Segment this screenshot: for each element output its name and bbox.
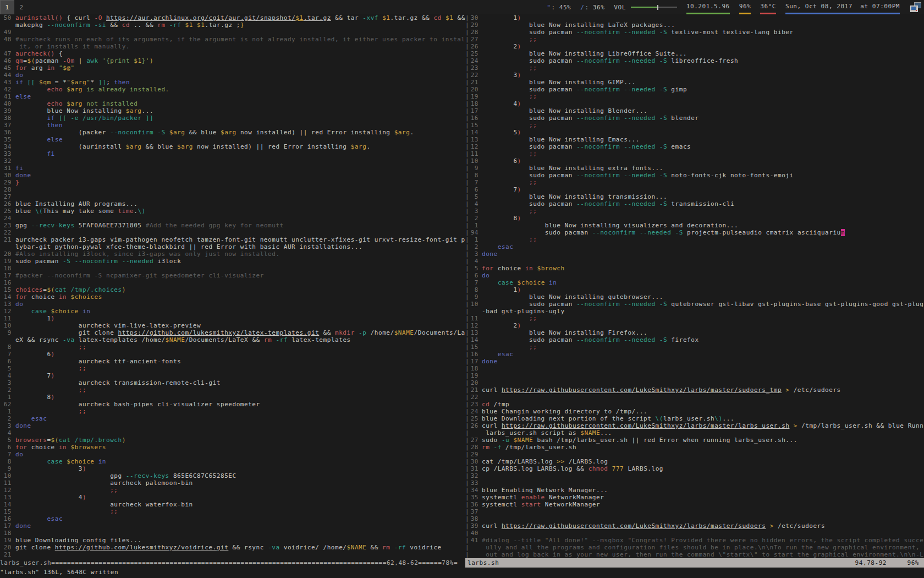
code-text: #aurcheck runs on each of its arguments,… bbox=[15, 36, 465, 43]
ip-address-label: 10.201.5.96 bbox=[686, 3, 730, 10]
line-number: 31 bbox=[470, 465, 479, 472]
line-number: 40 bbox=[0, 100, 12, 107]
code-line: 18 bbox=[0, 265, 465, 272]
line-number: 6 bbox=[470, 186, 479, 193]
code-line: 23gpg --recv-keys 5FAF0A6EE7371805 #Add … bbox=[0, 222, 465, 229]
code-text: lybar-git python-pywal xfce-theme-blackb… bbox=[15, 243, 465, 250]
volume-slider[interactable] bbox=[631, 5, 677, 10]
code-text: else bbox=[15, 136, 465, 143]
volume-slider-track bbox=[658, 7, 677, 8]
code-text: -bad gst-plugins-ugly bbox=[482, 308, 924, 315]
code-line: 4 bbox=[0, 429, 465, 437]
code-text: 8) bbox=[15, 394, 465, 401]
code-line: |13 blue Now installing Firefox... bbox=[465, 329, 924, 336]
code-text: if [[ -e /usr/bin/packer ]] bbox=[15, 114, 465, 122]
line-number: 17 bbox=[0, 522, 12, 530]
code-line: 2 esac bbox=[0, 415, 465, 422]
volume-block: VOL bbox=[614, 0, 677, 14]
workspace-button-2[interactable]: 2 bbox=[14, 0, 29, 14]
code-line: 3done bbox=[0, 422, 465, 429]
code-line: |14 sudo pacman --noconfirm --needed -S … bbox=[465, 336, 924, 343]
code-text: eX && rsync -va latex-templates /home/$N… bbox=[15, 336, 465, 343]
code-text: fi bbox=[15, 165, 465, 172]
line-number: 18 bbox=[470, 365, 479, 372]
code-text: done bbox=[15, 522, 465, 530]
inactive-file-name: larbs_user.sh bbox=[0, 559, 51, 566]
vertical-split-separator: | bbox=[465, 465, 470, 472]
line-number: 18 bbox=[0, 530, 12, 537]
line-number: 30 bbox=[0, 172, 12, 179]
pane-larbs-sh[interactable]: |30 1)|29 blue Now installing LaTeX pack… bbox=[465, 14, 924, 558]
line-number: 34 bbox=[470, 487, 479, 494]
line-number: 15 bbox=[470, 343, 479, 351]
code-line: 4 7) bbox=[0, 372, 465, 379]
code-line: |12 2) bbox=[465, 322, 924, 329]
code-line: |1 ;; bbox=[465, 236, 924, 243]
vertical-split-separator: | bbox=[465, 72, 470, 79]
line-number: 16 bbox=[470, 351, 479, 358]
code-text bbox=[15, 530, 465, 537]
line-number: 24 bbox=[0, 215, 12, 222]
code-line: 13do bbox=[0, 301, 465, 308]
vertical-split-separator: | bbox=[465, 530, 470, 537]
vertical-split-separator: | bbox=[465, 315, 470, 322]
line-number: 18 bbox=[470, 100, 479, 107]
vertical-split-separator: | bbox=[465, 265, 470, 272]
code-text: blue Now installing Blender... bbox=[482, 107, 924, 114]
code-line: |6 7) bbox=[465, 186, 924, 193]
code-line: |29 blue Now installing LaTeX packages..… bbox=[465, 21, 924, 29]
line-number: 11 bbox=[470, 315, 479, 322]
code-line: 28 bbox=[0, 186, 465, 193]
vertical-split-separator: | bbox=[465, 329, 470, 336]
vertical-split-separator: | bbox=[465, 157, 470, 165]
volume-slider-fill bbox=[631, 7, 657, 8]
tray-monitor-icon[interactable] bbox=[910, 2, 921, 12]
line-number: 1 bbox=[0, 408, 12, 415]
code-line: 26blue Installing AUR programs... bbox=[0, 200, 465, 208]
line-number: 6 bbox=[0, 358, 12, 365]
code-line: 32 bbox=[0, 157, 465, 165]
code-text bbox=[482, 515, 924, 522]
code-line: |9 blue Now installing extra fonts... bbox=[465, 165, 924, 172]
code-text: aurcheck() { bbox=[15, 50, 465, 57]
workspace-button-1[interactable]: 1 bbox=[0, 0, 14, 14]
vertical-split-separator: | bbox=[465, 122, 470, 129]
line-number: 12 bbox=[0, 308, 12, 315]
code-text: choices=$(cat /tmp/.choices) bbox=[15, 286, 465, 293]
line-number: 3 bbox=[0, 422, 12, 429]
code-line: |25 blue Now installing LibreOffice Suit… bbox=[465, 50, 924, 57]
line-number: 1 bbox=[470, 236, 479, 243]
pane-larbs-user-sh[interactable]: 50aurinstall() { curl -O https://aur.arc… bbox=[0, 14, 465, 558]
code-line: |24 sudo pacman --noconfirm --needed -S … bbox=[465, 57, 924, 64]
home-usage-block: ": 45% bbox=[547, 0, 571, 14]
vertical-split-separator: | bbox=[465, 179, 470, 186]
code-line: 20git clone https://github.com/lukesmith… bbox=[0, 544, 465, 551]
line-number: 25 bbox=[470, 50, 479, 57]
statusbar-blocks: ": 45% /: 36% VOL 10.201.5.96 96% 36°C S… bbox=[547, 0, 924, 14]
line-number: 13 bbox=[470, 136, 479, 143]
temperature-label: 36°C bbox=[760, 3, 776, 10]
line-number: 13 bbox=[0, 301, 12, 308]
code-line: 21 bbox=[0, 551, 465, 558]
code-text: sudo pacman --noconfirm --needed -S fire… bbox=[482, 336, 924, 343]
code-line: 16 esac bbox=[0, 515, 465, 522]
line-number: 8 bbox=[0, 458, 12, 465]
line-number: 1 bbox=[0, 394, 12, 401]
vertical-split-separator: | bbox=[465, 165, 470, 172]
line-number: 6 bbox=[0, 444, 12, 451]
code-line: 14 aurcheck waterfox-bin bbox=[0, 501, 465, 508]
line-number: 17 bbox=[0, 272, 12, 279]
vertical-split-separator: | bbox=[465, 501, 470, 508]
code-text: it, or installs it manually. bbox=[15, 43, 465, 50]
code-text bbox=[15, 429, 465, 437]
line-number: 43 bbox=[0, 79, 12, 86]
code-text: else bbox=[15, 93, 465, 100]
code-line: 21aurcheck packer i3-gaps vim-pathogen n… bbox=[0, 236, 465, 243]
code-text: aurinstall() { curl -O https://aur.archl… bbox=[15, 14, 465, 21]
code-line: |17done bbox=[465, 358, 924, 365]
line-number: 25 bbox=[470, 415, 479, 422]
line-number: 24 bbox=[470, 408, 479, 415]
code-text: done bbox=[15, 172, 465, 179]
vertical-split-separator: | bbox=[465, 236, 470, 243]
code-line: |16 esac bbox=[465, 351, 924, 358]
